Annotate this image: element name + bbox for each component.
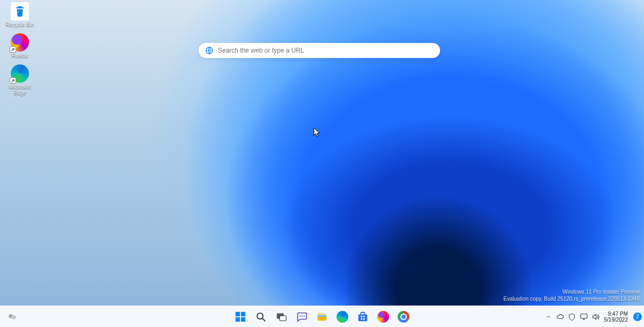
chevron-up-icon	[545, 314, 552, 320]
chrome-button[interactable]	[394, 308, 413, 326]
desktop-icon-label: Microsoft Edge	[9, 84, 31, 96]
mouse-cursor	[313, 127, 321, 137]
task-view-icon	[275, 311, 287, 323]
desktop[interactable]: Recycle Bin ↗ Firefox ↗ Microsoft Edge W…	[0, 0, 644, 306]
svg-point-12	[302, 315, 303, 316]
svg-rect-5	[236, 317, 240, 321]
desktop-icon-label: Recycle Bin	[6, 21, 34, 27]
edge-icon	[336, 311, 348, 323]
cloud-icon	[556, 313, 565, 321]
taskbar-search-button[interactable]	[252, 308, 270, 326]
svg-rect-18	[361, 318, 362, 319]
volume-tray-icon[interactable]	[591, 313, 600, 321]
desktop-search-input[interactable]	[218, 47, 434, 54]
svg-rect-3	[236, 311, 240, 316]
start-button[interactable]	[231, 308, 250, 326]
svg-rect-4	[241, 311, 245, 316]
monitor-icon	[580, 313, 588, 321]
notification-badge[interactable]: 2	[633, 313, 642, 321]
desktop-search-bar[interactable]	[199, 43, 440, 58]
svg-rect-14	[318, 315, 327, 317]
firefox-icon	[377, 311, 389, 323]
chrome-icon	[398, 311, 409, 323]
store-icon	[357, 311, 369, 323]
edge-icon: ↗	[11, 64, 29, 83]
svg-rect-15	[358, 314, 368, 321]
network-tray-icon[interactable]	[580, 313, 588, 321]
desktop-icon-edge[interactable]: ↗ Microsoft Edge	[3, 64, 36, 96]
firefox-button[interactable]	[374, 308, 392, 326]
taskbar-pinned-apps	[231, 308, 413, 326]
speaker-icon	[591, 313, 600, 321]
globe-search-icon	[205, 46, 214, 55]
clock-time: 9:47 PM	[604, 311, 628, 317]
taskbar: 9:47 PM 5/19/2022 2	[0, 306, 644, 327]
folder-icon	[316, 311, 328, 323]
svg-point-11	[299, 315, 301, 316]
task-view-button[interactable]	[272, 308, 290, 326]
svg-rect-19	[363, 318, 365, 319]
svg-rect-10	[280, 316, 286, 321]
svg-point-13	[303, 315, 304, 316]
tray-overflow-button[interactable]	[544, 313, 553, 321]
file-explorer-button[interactable]	[313, 308, 331, 326]
microsoft-store-button[interactable]	[354, 308, 372, 326]
system-tray: 9:47 PM 5/19/2022 2	[544, 306, 642, 327]
shield-icon	[568, 313, 576, 321]
chat-button[interactable]	[292, 308, 311, 326]
svg-rect-16	[361, 316, 362, 317]
desktop-icon-label: Firefox	[12, 53, 28, 59]
svg-rect-6	[241, 317, 245, 321]
chat-icon	[296, 311, 308, 323]
desktop-icon-firefox[interactable]: ↗ Firefox	[3, 33, 36, 59]
desktop-icon-recycle-bin[interactable]: Recycle Bin	[3, 2, 36, 27]
widgets-button[interactable]	[3, 308, 21, 326]
windows-logo-icon	[235, 311, 246, 323]
svg-line-8	[262, 318, 266, 321]
recycle-bin-icon	[11, 2, 29, 20]
build-watermark: Windows 11 Pro Insider Preview Evaluatio…	[503, 288, 640, 302]
svg-rect-20	[581, 314, 587, 318]
taskbar-clock[interactable]: 9:47 PM 5/19/2022	[603, 311, 630, 323]
search-icon	[255, 311, 267, 323]
windows-security-tray-icon[interactable]	[568, 313, 576, 321]
onedrive-tray-icon[interactable]	[556, 313, 565, 321]
clock-date: 5/19/2022	[604, 317, 628, 323]
edge-button[interactable]	[333, 308, 352, 326]
shortcut-arrow-icon: ↗	[10, 77, 16, 84]
svg-point-2	[10, 315, 16, 319]
weather-icon	[6, 311, 18, 323]
shortcut-arrow-icon: ↗	[10, 46, 16, 53]
firefox-icon: ↗	[11, 33, 29, 52]
svg-point-7	[257, 313, 263, 319]
svg-rect-17	[363, 316, 365, 317]
